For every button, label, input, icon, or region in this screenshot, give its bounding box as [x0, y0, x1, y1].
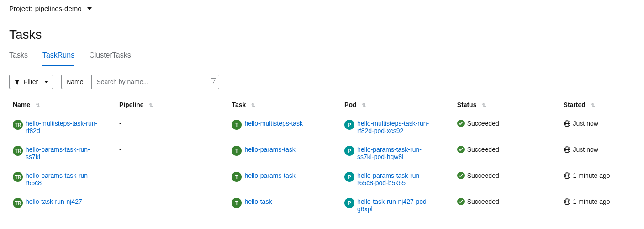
filter-button[interactable]: Filter	[9, 75, 53, 89]
pod-link[interactable]: hello-params-task-run-r65c8-pod-b5k65	[357, 172, 435, 186]
check-circle-icon	[457, 120, 465, 127]
table-row: TR hello-params-task-run-r65c8 - T hello…	[9, 166, 635, 192]
pod-cell: P hello-task-run-nj427-pod-g6xpl	[344, 198, 450, 213]
pipeline-value: -	[119, 172, 121, 179]
started-text: 1 minute ago	[573, 198, 610, 205]
pod-link[interactable]: hello-params-task-run-ss7kl-pod-hqw8l	[357, 146, 435, 160]
filter-label: Filter	[24, 78, 38, 85]
taskrun-link[interactable]: hello-multisteps-task-run-rf82d	[26, 120, 103, 134]
pod-badge-icon: P	[344, 172, 354, 182]
pod-link[interactable]: hello-multisteps-task-run-rf82d-pod-xcs9…	[357, 120, 435, 134]
taskrun-badge-icon: TR	[13, 198, 23, 208]
pipeline-value: -	[119, 198, 121, 205]
status-text: Succeeded	[467, 172, 499, 179]
taskrun-badge-icon: TR	[13, 146, 23, 156]
taskrun-badge-icon: TR	[13, 120, 23, 130]
search-wrap: /	[91, 75, 219, 89]
pod-cell: P hello-params-task-run-r65c8-pod-b5k65	[344, 172, 450, 186]
toolbar: Filter Name /	[0, 66, 644, 95]
task-link[interactable]: hello-multisteps-task	[244, 120, 303, 127]
sort-icon: ⇅	[362, 103, 366, 108]
name-search-group: Name /	[61, 75, 219, 89]
search-field-label: Name	[66, 78, 83, 85]
table-row: TR hello-multisteps-task-run-rf82d - T h…	[9, 114, 635, 140]
col-header-pod[interactable]: Pod ⇅	[341, 95, 454, 114]
task-link[interactable]: hello-params-task	[244, 146, 295, 153]
col-header-pipeline[interactable]: Pipeline ⇅	[116, 95, 228, 114]
task-cell: T hello-multisteps-task	[232, 120, 337, 130]
check-circle-icon	[457, 172, 465, 179]
started-text: 1 minute ago	[573, 172, 610, 179]
project-label: Project:	[9, 5, 32, 12]
task-link[interactable]: hello-task	[244, 198, 272, 205]
table-row: TR hello-params-task-run-ss7kl - T hello…	[9, 140, 635, 166]
started-cell: 1 minute ago	[564, 198, 631, 205]
sort-icon: ⇅	[36, 103, 40, 108]
task-cell: T hello-params-task	[232, 146, 337, 156]
project-value: pipelines-demo	[35, 5, 82, 12]
started-cell: Just now	[564, 146, 631, 153]
col-header-task[interactable]: Task ⇅	[228, 95, 341, 114]
name-cell: TR hello-task-run-nj427	[13, 198, 112, 208]
search-field-selector[interactable]: Name	[61, 75, 91, 89]
status-cell: Succeeded	[457, 172, 556, 179]
table-row: TR hello-task-run-nj427 - T hello-task P…	[9, 192, 635, 218]
started-cell: Just now	[564, 120, 631, 127]
sort-icon: ⇅	[482, 103, 486, 108]
globe-icon	[564, 146, 570, 153]
page-title: Tasks	[0, 17, 644, 47]
pipeline-value: -	[119, 120, 121, 127]
name-cell: TR hello-params-task-run-ss7kl	[13, 146, 112, 160]
started-cell: 1 minute ago	[564, 172, 631, 179]
col-header-started[interactable]: Started ⇅	[560, 95, 635, 114]
taskrun-link[interactable]: hello-params-task-run-ss7kl	[26, 146, 103, 160]
status-cell: Succeeded	[457, 120, 556, 127]
pod-cell: P hello-params-task-run-ss7kl-pod-hqw8l	[344, 146, 450, 160]
task-cell: T hello-params-task	[232, 172, 337, 182]
pod-badge-icon: P	[344, 120, 354, 130]
task-cell: T hello-task	[232, 198, 337, 208]
keyboard-hint: /	[211, 78, 216, 85]
pipeline-value: -	[119, 146, 121, 153]
pod-cell: P hello-multisteps-task-run-rf82d-pod-xc…	[344, 120, 450, 134]
status-text: Succeeded	[467, 120, 499, 127]
col-header-status[interactable]: Status ⇅	[454, 95, 560, 114]
pod-link[interactable]: hello-task-run-nj427-pod-g6xpl	[357, 198, 435, 213]
globe-icon	[564, 172, 570, 179]
globe-icon	[564, 120, 570, 127]
task-link[interactable]: hello-params-task	[244, 172, 295, 179]
taskruns-table: Name ⇅ Pipeline ⇅ Task ⇅ Pod ⇅ Status	[0, 95, 644, 218]
search-input[interactable]	[91, 75, 219, 89]
tab-tasks[interactable]: Tasks	[9, 47, 28, 66]
taskrun-link[interactable]: hello-task-run-nj427	[26, 198, 82, 205]
pod-badge-icon: P	[344, 198, 354, 208]
col-header-name[interactable]: Name ⇅	[9, 95, 116, 114]
globe-icon	[564, 198, 570, 205]
status-text: Succeeded	[467, 146, 499, 153]
task-badge-icon: T	[232, 120, 242, 130]
sort-icon: ⇅	[149, 103, 153, 108]
taskrun-badge-icon: TR	[13, 172, 23, 182]
filter-icon	[14, 79, 20, 85]
tab-taskruns[interactable]: TaskRuns	[42, 47, 74, 66]
task-badge-icon: T	[232, 146, 242, 156]
taskrun-link[interactable]: hello-params-task-run-r65c8	[26, 172, 103, 186]
started-text: Just now	[573, 146, 598, 153]
status-text: Succeeded	[467, 198, 499, 205]
project-selector[interactable]: Project: pipelines-demo	[0, 0, 644, 17]
name-cell: TR hello-multisteps-task-run-rf82d	[13, 120, 112, 134]
sort-icon: ⇅	[251, 103, 255, 108]
status-cell: Succeeded	[457, 146, 556, 153]
check-circle-icon	[457, 198, 465, 205]
sort-icon: ⇅	[591, 103, 595, 108]
name-cell: TR hello-params-task-run-r65c8	[13, 172, 112, 186]
started-text: Just now	[573, 120, 598, 127]
tab-clustertasks[interactable]: ClusterTasks	[89, 47, 131, 66]
chevron-down-icon	[87, 7, 92, 10]
check-circle-icon	[457, 146, 465, 153]
task-badge-icon: T	[232, 198, 242, 208]
task-badge-icon: T	[232, 172, 242, 182]
chevron-down-icon	[44, 81, 48, 83]
status-cell: Succeeded	[457, 198, 556, 205]
tabs: Tasks TaskRuns ClusterTasks	[0, 47, 644, 66]
